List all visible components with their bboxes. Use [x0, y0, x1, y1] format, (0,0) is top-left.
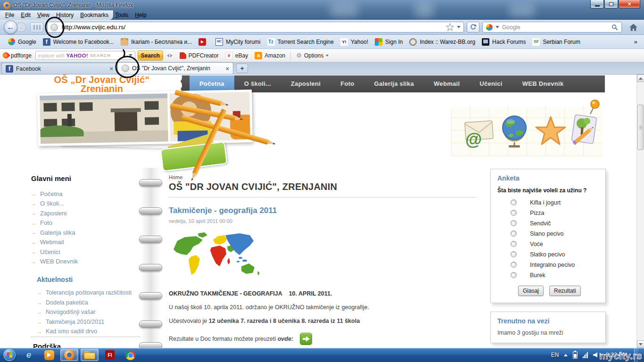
- tab-close-icon[interactable]: ×: [225, 65, 229, 72]
- sidebar-item-web-dnevnik[interactable]: WEB Dnevnik: [31, 257, 140, 267]
- menu-help[interactable]: Help: [132, 11, 150, 19]
- new-tab-button[interactable]: +: [236, 64, 248, 73]
- vote-button[interactable]: Glasaj: [518, 286, 544, 296]
- bookmark-item[interactable]: Sign In: [372, 37, 406, 47]
- back-button[interactable]: ←: [4, 20, 17, 34]
- menu-history[interactable]: History: [53, 11, 77, 19]
- minimize-button[interactable]: [590, 0, 604, 8]
- nav-zaposleni[interactable]: Zaposleni: [281, 75, 330, 92]
- breadcrumb[interactable]: Home: [169, 174, 476, 180]
- start-button[interactable]: [1, 348, 17, 362]
- radio-button[interactable]: [511, 251, 517, 257]
- nav-foto[interactable]: Foto: [330, 75, 364, 92]
- news-item[interactable]: Dodela paketića: [37, 298, 140, 308]
- download-arrow-button[interactable]: [300, 333, 312, 345]
- poll-option[interactable]: Slano pecivo: [497, 229, 599, 239]
- poll-option[interactable]: Kifla i jogurt: [497, 197, 599, 207]
- menu-bookmarks[interactable]: Bookmarks: [77, 11, 112, 19]
- taskbar-media-player[interactable]: [40, 349, 58, 361]
- network-signal-icon[interactable]: [583, 352, 588, 358]
- bookmarks-overflow-chevron[interactable]: »: [634, 38, 639, 45]
- poll-option[interactable]: Pizza: [497, 208, 599, 218]
- poll-option[interactable]: Integralno pecivo: [497, 260, 599, 270]
- sidebar-item-galerija[interactable]: Galerija slika: [31, 228, 140, 238]
- pdfforge-label[interactable]: pdfforge: [11, 52, 32, 59]
- results-button[interactable]: Rezultati: [549, 286, 581, 296]
- pdfcreator-button[interactable]: PDFCreator: [176, 51, 222, 60]
- bookmark-item[interactable]: Hack Forums: [479, 37, 529, 47]
- poll-option[interactable]: Sendvič: [497, 218, 599, 228]
- menu-view[interactable]: View: [34, 11, 53, 19]
- yahoo-search-input[interactable]: explore with YAHOO! SEARCH: [35, 51, 135, 60]
- forward-button[interactable]: →: [16, 22, 26, 32]
- url-text[interactable]: http://www.cvijic.edu.rs/: [62, 24, 446, 31]
- sidebar-item-foto[interactable]: Foto: [31, 218, 140, 228]
- bookmark-item[interactable]: SFSerbian Forum: [529, 37, 583, 47]
- nav-webmail[interactable]: Webmail: [424, 75, 470, 92]
- tab-cvijic-active[interactable]: OŠ "Dr Jovan Cvijić", Zrenjanin ×: [117, 62, 233, 74]
- sidebar-item-pocetna[interactable]: Početna: [31, 189, 140, 199]
- bookmark-item[interactable]: TzTorrent Search Engine: [264, 37, 337, 47]
- bookmark-item[interactable]: fWelcome to Facebook...: [40, 37, 117, 47]
- search-box[interactable]: Google: [482, 22, 622, 33]
- star-icon[interactable]: [534, 115, 567, 147]
- bookmark-item[interactable]: MCMyCity forumi: [212, 37, 264, 47]
- taskbar-chrome[interactable]: [121, 349, 139, 361]
- radio-button[interactable]: [511, 230, 517, 237]
- vertical-scrollbar[interactable]: [636, 74, 644, 348]
- radio-button[interactable]: [511, 241, 517, 247]
- bookmark-item[interactable]: Ikariam - Бесплатна и...: [117, 37, 195, 47]
- nav-galerija[interactable]: Galerija slika: [364, 75, 424, 92]
- hidden-icons-chevron[interactable]: [564, 354, 568, 356]
- tab-facebook[interactable]: f Facebook ×: [1, 63, 117, 74]
- sidebar-item-zaposleni[interactable]: Zaposleni: [31, 208, 140, 218]
- sidebar-item-o-skoli[interactable]: O školi...: [31, 199, 140, 209]
- reload-button[interactable]: [467, 22, 479, 33]
- search-icon[interactable]: [611, 24, 618, 31]
- menu-edit[interactable]: Edit: [17, 11, 34, 19]
- tab-close-icon[interactable]: ×: [109, 65, 113, 72]
- radio-button[interactable]: [511, 199, 517, 206]
- menu-tools[interactable]: Tools: [112, 11, 132, 19]
- language-indicator[interactable]: EN: [551, 352, 559, 358]
- close-button[interactable]: ×: [619, 0, 640, 8]
- yahoo-search-dropdown-icon[interactable]: [129, 54, 132, 57]
- notes-icon[interactable]: [569, 112, 599, 147]
- engine-dropdown-icon[interactable]: [495, 26, 499, 28]
- bookmark-item[interactable]: Y!Yahoo!: [337, 37, 372, 47]
- site-logo[interactable]: OŠ „Dr Jovan Cvijić“ Zrenjanin: [38, 75, 166, 93]
- email-icon[interactable]: @: [462, 117, 495, 148]
- bookmark-item[interactable]: ▶: [195, 37, 212, 47]
- news-item[interactable]: Tolerancija poštovanja različitosti: [37, 288, 140, 298]
- yahoo-search-button[interactable]: Search: [138, 50, 163, 60]
- taskbar-firefox[interactable]: [60, 349, 78, 361]
- taskbar-explorer[interactable]: [81, 349, 99, 361]
- home-button[interactable]: [626, 21, 640, 33]
- news-item[interactable]: Novogodišnji vašar: [37, 307, 140, 317]
- sidebar-item-ucenici[interactable]: Učenici: [31, 247, 140, 257]
- url-dropdown-icon[interactable]: [457, 26, 461, 28]
- bookmark-item[interactable]: Google: [5, 37, 40, 46]
- scroll-down-button[interactable]: [637, 340, 644, 348]
- radio-button[interactable]: [511, 262, 517, 268]
- download-link[interactable]: ovde:: [278, 336, 293, 342]
- bookmark-item[interactable]: Index :: Warez-BB.org: [406, 37, 479, 47]
- search-placeholder[interactable]: Google: [502, 24, 609, 31]
- amazon-button[interactable]: aAmazon: [251, 51, 289, 60]
- poll-option[interactable]: Slatko pecivo: [497, 249, 599, 259]
- options-button[interactable]: ⚙Options: [293, 51, 332, 60]
- nav-ucenici[interactable]: Učenici: [470, 75, 512, 92]
- article-title[interactable]: Takmičenje - geografija 2011: [169, 206, 476, 215]
- nav-web-dnevnik[interactable]: WEB Dnevnik: [512, 75, 574, 92]
- news-item[interactable]: Kad smo sadili drvo: [37, 327, 140, 337]
- radio-button[interactable]: [511, 272, 517, 278]
- taskbar-flash[interactable]: Fl: [101, 349, 119, 361]
- globe-icon[interactable]: [499, 113, 529, 150]
- news-item[interactable]: Takmičenja 2010/2011: [37, 317, 140, 327]
- radio-button[interactable]: [511, 220, 517, 226]
- battery-icon[interactable]: [573, 352, 578, 359]
- taskbar-ie[interactable]: e: [20, 349, 38, 361]
- sidebar-item-webmail[interactable]: Webmail: [31, 238, 140, 247]
- poll-option[interactable]: Burek: [497, 270, 599, 280]
- radio-button[interactable]: [511, 210, 517, 216]
